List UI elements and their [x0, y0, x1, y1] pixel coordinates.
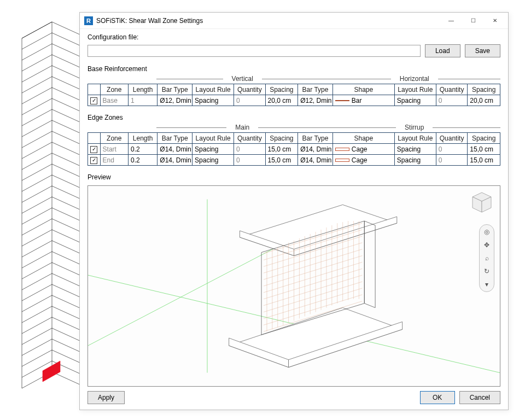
edge-zones-title: Edge Zones — [88, 114, 500, 121]
svg-line-27 — [52, 175, 82, 189]
close-button[interactable]: ✕ — [484, 13, 506, 28]
svg-line-23 — [52, 153, 82, 167]
svg-line-36 — [22, 230, 52, 246]
svg-line-31 — [52, 197, 82, 211]
svg-line-47 — [52, 284, 82, 298]
cell-spacing[interactable]: 20,0 cm — [265, 95, 298, 106]
svg-line-52 — [22, 317, 52, 334]
row-checkbox[interactable] — [90, 97, 97, 104]
svg-line-28 — [22, 186, 52, 202]
cell-bartype2[interactable]: Ø12, Dmin — [298, 95, 333, 106]
cell-spacing2[interactable]: 15,0 cm — [468, 144, 500, 155]
maximize-button[interactable]: ☐ — [462, 13, 484, 28]
svg-line-44 — [22, 273, 52, 290]
cell-length[interactable]: 1 — [128, 95, 157, 106]
cell-bartype2[interactable]: Ø14, Dmin — [298, 144, 333, 155]
svg-line-4 — [22, 55, 52, 71]
cell-layoutrule[interactable]: Spacing — [192, 155, 234, 166]
svg-line-56 — [22, 339, 52, 355]
svg-line-38 — [22, 241, 52, 257]
cell-layoutrule2[interactable]: Spacing — [394, 155, 436, 166]
svg-line-58 — [22, 350, 52, 366]
cell-length[interactable]: 0.2 — [128, 155, 157, 166]
cell-layoutrule2[interactable]: Spacing — [394, 95, 436, 106]
svg-line-100 — [264, 262, 362, 292]
cell-quantity[interactable]: 0 — [234, 155, 266, 166]
svg-line-22 — [22, 153, 52, 170]
cell-quantity2[interactable]: 0 — [436, 95, 468, 106]
minimize-button[interactable]: — — [440, 13, 462, 28]
navigation-bar[interactable]: ◎ ✥ ⌕ ↻ ▾ — [479, 224, 494, 292]
preview-label: Preview — [88, 173, 500, 181]
config-file-input[interactable] — [88, 45, 421, 57]
cell-shape[interactable]: Cage — [332, 144, 394, 155]
svg-line-48 — [22, 295, 52, 312]
cell-bartype[interactable]: Ø14, Dmin — [158, 144, 192, 155]
load-button[interactable]: Load — [425, 44, 460, 57]
cell-zone[interactable]: Base — [100, 95, 128, 106]
preview-viewport[interactable]: ◎ ✥ ⌕ ↻ ▾ — [88, 185, 500, 387]
svg-line-8 — [22, 77, 52, 93]
config-file-label: Configuration file: — [88, 33, 500, 41]
edge-zones-table[interactable]: ZoneLength Bar TypeLayout RuleQuantitySp… — [88, 132, 500, 166]
ok-button[interactable]: OK — [420, 391, 455, 404]
cell-spacing2[interactable]: 20,0 cm — [468, 95, 500, 106]
cell-shape[interactable]: Cage — [332, 155, 394, 166]
row-checkbox[interactable] — [90, 146, 97, 153]
svg-line-55 — [52, 328, 82, 342]
cell-quantity2[interactable]: 0 — [436, 155, 468, 166]
svg-line-99 — [264, 256, 362, 286]
edge-table-row[interactable]: End 0.2 Ø14, Dmin Spacing 0 15,0 cm Ø14,… — [88, 155, 500, 166]
cell-bartype2[interactable]: Ø14, Dmin — [298, 155, 333, 166]
cell-spacing2[interactable]: 15,0 cm — [468, 155, 500, 166]
cell-layoutrule2[interactable]: Spacing — [394, 144, 436, 155]
svg-line-103 — [264, 282, 362, 312]
cell-quantity[interactable]: 0 — [234, 144, 266, 155]
base-reinforcement-table[interactable]: ZoneLength Bar TypeLayout RuleQuantitySp… — [88, 84, 500, 106]
svg-line-9 — [52, 77, 82, 90]
cell-spacing[interactable]: 15,0 cm — [265, 144, 298, 155]
base-group-horizontal: Horizontal — [391, 75, 438, 83]
cell-zone[interactable]: End — [100, 155, 128, 166]
svg-line-39 — [52, 241, 82, 254]
cell-bartype[interactable]: Ø14, Dmin — [158, 155, 192, 166]
cell-length[interactable]: 0.2 — [128, 144, 157, 155]
base-group-header: Vertical Horizontal — [88, 75, 500, 83]
dialog-window: R SOFiSTiK: Shear Wall Zone Settings — ☐… — [79, 12, 509, 410]
svg-line-59 — [52, 350, 82, 364]
svg-line-13 — [52, 98, 82, 112]
svg-line-20 — [22, 142, 52, 159]
row-checkbox[interactable] — [90, 157, 97, 164]
chevron-down-icon[interactable]: ▾ — [482, 279, 492, 289]
cell-bartype[interactable]: Ø12, Dmin — [158, 95, 192, 106]
cell-spacing[interactable]: 15,0 cm — [265, 155, 298, 166]
cell-quantity[interactable]: 0 — [234, 95, 266, 106]
svg-line-25 — [52, 164, 82, 178]
svg-line-49 — [52, 295, 82, 309]
save-button[interactable]: Save — [465, 44, 500, 57]
steering-wheel-icon[interactable]: ◎ — [482, 227, 492, 237]
cell-layoutrule[interactable]: Spacing — [192, 95, 234, 106]
shape-cage-icon — [335, 159, 349, 162]
svg-line-15 — [52, 109, 82, 123]
svg-line-21 — [52, 142, 82, 156]
base-table-row[interactable]: Base 1 Ø12, Dmin Spacing 0 20,0 cm Ø12, … — [88, 95, 500, 106]
svg-marker-62 — [43, 361, 60, 382]
svg-line-5 — [52, 55, 82, 68]
cancel-button[interactable]: Cancel — [459, 391, 500, 404]
revit-icon: R — [84, 16, 93, 25]
zoom-icon[interactable]: ⌕ — [482, 253, 492, 263]
cell-shape[interactable]: Bar — [332, 95, 394, 106]
cell-layoutrule[interactable]: Spacing — [192, 144, 234, 155]
cell-zone[interactable]: Start — [100, 144, 128, 155]
edge-group-header: Main Stirrup — [88, 124, 500, 131]
pan-icon[interactable]: ✥ — [482, 240, 492, 250]
orbit-icon[interactable]: ↻ — [482, 266, 492, 276]
svg-marker-75 — [364, 221, 375, 308]
viewcube[interactable] — [469, 190, 494, 215]
svg-line-24 — [22, 164, 52, 180]
titlebar[interactable]: R SOFiSTiK: Shear Wall Zone Settings — ☐… — [80, 13, 508, 29]
edge-table-row[interactable]: Start 0.2 Ø14, Dmin Spacing 0 15,0 cm Ø1… — [88, 144, 500, 155]
cell-quantity2[interactable]: 0 — [436, 144, 468, 155]
apply-button[interactable]: Apply — [88, 391, 125, 404]
